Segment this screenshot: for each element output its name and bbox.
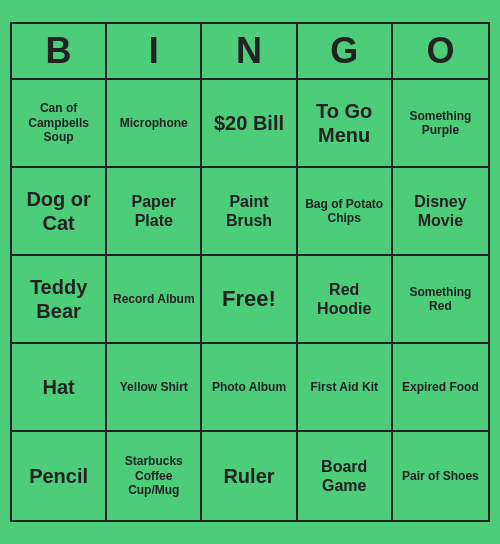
bingo-cell-16: Yellow Shirt [107,344,202,432]
header-n: N [202,24,297,78]
header-o: O [393,24,488,78]
bingo-cell-2: $20 Bill [202,80,297,168]
bingo-cell-24: Pair of Shoes [393,432,488,520]
bingo-cell-8: Bag of Potato Chips [298,168,393,256]
header-b: B [12,24,107,78]
bingo-grid: Can of Campbells SoupMicrophone$20 BillT… [12,80,488,520]
bingo-cell-4: Something Purple [393,80,488,168]
header-g: G [298,24,393,78]
bingo-cell-10: Teddy Bear [12,256,107,344]
bingo-cell-3: To Go Menu [298,80,393,168]
bingo-cell-21: Starbucks Coffee Cup/Mug [107,432,202,520]
bingo-cell-7: Paint Brush [202,168,297,256]
bingo-cell-0: Can of Campbells Soup [12,80,107,168]
bingo-cell-12: Free! [202,256,297,344]
bingo-cell-14: Something Red [393,256,488,344]
bingo-cell-13: Red Hoodie [298,256,393,344]
bingo-cell-23: Board Game [298,432,393,520]
bingo-header: B I N G O [12,24,488,80]
bingo-cell-6: Paper Plate [107,168,202,256]
bingo-cell-19: Expired Food [393,344,488,432]
bingo-cell-5: Dog or Cat [12,168,107,256]
bingo-cell-15: Hat [12,344,107,432]
bingo-cell-1: Microphone [107,80,202,168]
header-i: I [107,24,202,78]
bingo-cell-9: Disney Movie [393,168,488,256]
bingo-cell-22: Ruler [202,432,297,520]
bingo-cell-17: Photo Album [202,344,297,432]
bingo-cell-18: First Aid Kit [298,344,393,432]
bingo-cell-20: Pencil [12,432,107,520]
bingo-cell-11: Record Album [107,256,202,344]
bingo-card: B I N G O Can of Campbells SoupMicrophon… [10,22,490,522]
